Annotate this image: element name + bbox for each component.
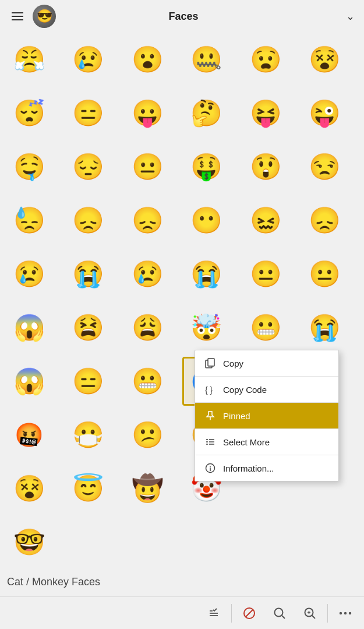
emoji-row-1: 😤 😢 😮 🤐 😧 😵: [0, 33, 364, 86]
emoji-row-3: 🤤 😔 😐 🤑 😲 😒: [0, 140, 364, 194]
emoji-cell[interactable]: 😞: [64, 196, 113, 245]
emoji-cell[interactable]: 😒: [301, 142, 349, 191]
emoji-cell[interactable]: 😞: [301, 196, 349, 245]
pinned-label: Pinned: [223, 411, 250, 421]
emoji-cell[interactable]: 😔: [64, 142, 113, 191]
emoji-cell[interactable]: 🤐: [182, 35, 231, 84]
emoji-cell[interactable]: 😬: [123, 357, 172, 406]
emoji-cell[interactable]: 😴: [5, 89, 54, 138]
context-menu-information[interactable]: i Information...: [195, 455, 338, 481]
emoji-cell[interactable]: 😕: [123, 410, 172, 459]
emoji-cell[interactable]: [301, 518, 349, 567]
emoji-cell[interactable]: [241, 518, 290, 567]
context-menu-copy-code[interactable]: { } Copy Code: [195, 377, 338, 402]
emoji-cell[interactable]: 😑: [64, 89, 113, 138]
emoji-cell[interactable]: 😵: [301, 35, 349, 84]
copy-icon: [204, 357, 216, 369]
context-menu: Copy { } Copy Code Pinned: [195, 350, 339, 482]
copy-label: Copy: [223, 359, 243, 368]
context-menu-select-more[interactable]: Select More: [195, 429, 338, 455]
info-icon: i: [204, 462, 216, 474]
emoji-cell[interactable]: 🤑: [182, 142, 231, 191]
pin-icon: [204, 410, 216, 421]
svg-point-24: [349, 612, 351, 614]
section-label: Cat / Monkey Faces: [0, 569, 364, 593]
emoji-cell[interactable]: 🤬: [5, 410, 54, 459]
emoji-cell[interactable]: 😓: [5, 196, 54, 245]
emoji-cell[interactable]: 😛: [123, 89, 172, 138]
emoji-cell[interactable]: 😜: [301, 89, 349, 138]
emoji-cell[interactable]: 😱: [5, 303, 54, 352]
emoji-cell[interactable]: 😑: [64, 357, 113, 406]
emoji-cell[interactable]: 🤓: [5, 518, 54, 567]
emoji-cell[interactable]: 😮: [123, 35, 172, 84]
emoji-cell[interactable]: 😐: [301, 250, 349, 298]
emoji-content: 😤 😢 😮 🤐 😧 😵 😴 😑 😛 🤔 😝 😜 🤤 😔 😐 🤑 😲 😒 😓 😞 …: [0, 33, 364, 596]
toolbar-separator: [231, 604, 232, 623]
braces-icon: { }: [204, 384, 216, 395]
emoji-cell[interactable]: 😝: [241, 89, 290, 138]
emoji-cell[interactable]: 😵: [5, 464, 54, 513]
information-label: Information...: [223, 463, 274, 473]
emoji-cell[interactable]: 😢: [5, 250, 54, 298]
svg-point-22: [340, 612, 342, 614]
emoji-cell[interactable]: 😧: [241, 35, 290, 84]
emoji-cell[interactable]: 😭: [301, 303, 349, 352]
emoji-row-2: 😴 😑 😛 🤔 😝 😜: [0, 86, 364, 140]
copy-code-label: Copy Code: [223, 385, 267, 395]
emoji-row-10: 🤓: [0, 515, 364, 569]
emoji-cell[interactable]: [123, 518, 172, 567]
context-menu-pinned[interactable]: Pinned: [195, 403, 338, 428]
emoji-cell[interactable]: 🤠: [123, 464, 172, 513]
bottom-toolbar: [0, 596, 364, 629]
emoji-row-6: 😱 😫 😩 🤯 😬 😭: [0, 301, 364, 354]
svg-text:i: i: [210, 465, 211, 472]
emoji-cell[interactable]: [64, 518, 113, 567]
emoji-cell[interactable]: 😐: [123, 142, 172, 191]
emoji-cell[interactable]: 😐: [241, 250, 290, 298]
emoji-row-5: 😢 😭 😢 😭 😐 😐: [0, 247, 364, 301]
emoji-cell[interactable]: 😢: [64, 35, 113, 84]
emoji-cell[interactable]: 😇: [64, 464, 113, 513]
emoji-cell[interactable]: 🤔: [182, 89, 231, 138]
svg-line-19: [312, 615, 316, 619]
emoji-row-4: 😓 😞 😞 😶 😖 😞: [0, 194, 364, 247]
find-button[interactable]: [296, 599, 324, 627]
emoji-cell[interactable]: 😞: [123, 196, 172, 245]
emoji-cell[interactable]: 😲: [241, 142, 290, 191]
list-icon: [204, 436, 216, 448]
svg-text:{ }: { }: [205, 385, 213, 395]
emoji-cell[interactable]: [182, 518, 231, 567]
select-more-label: Select More: [223, 437, 270, 447]
emoji-cell[interactable]: 😩: [123, 303, 172, 352]
emoji-cell[interactable]: 🤤: [5, 142, 54, 191]
emoji-cell[interactable]: 😶: [182, 196, 231, 245]
emoji-cell[interactable]: 🤯: [182, 303, 231, 352]
chevron-down-icon[interactable]: ⌄: [346, 10, 355, 23]
page-title: Faces: [21, 10, 346, 23]
no-button[interactable]: [235, 599, 263, 627]
toolbar-separator-2: [327, 604, 328, 623]
emoji-cell[interactable]: 😬: [241, 303, 290, 352]
svg-line-15: [246, 609, 253, 617]
emoji-cell[interactable]: 😭: [182, 250, 231, 298]
emoji-cell[interactable]: 😫: [64, 303, 113, 352]
emoji-cell[interactable]: 😱: [5, 357, 54, 406]
header: 😎 Faces ⌄: [0, 0, 364, 33]
svg-rect-1: [208, 359, 214, 366]
context-menu-copy[interactable]: Copy: [195, 350, 338, 376]
emoji-cell[interactable]: 😖: [241, 196, 290, 245]
emoji-cell[interactable]: 😢: [123, 250, 172, 298]
svg-line-17: [282, 615, 285, 619]
more-button[interactable]: [331, 599, 359, 627]
emoji-cell[interactable]: 😤: [5, 35, 54, 84]
checklist-button[interactable]: [200, 599, 228, 627]
svg-point-16: [275, 608, 283, 616]
emoji-cell[interactable]: 😷: [64, 410, 113, 459]
svg-point-23: [344, 612, 347, 614]
search-button[interactable]: [266, 599, 294, 627]
emoji-cell[interactable]: 😭: [64, 250, 113, 298]
